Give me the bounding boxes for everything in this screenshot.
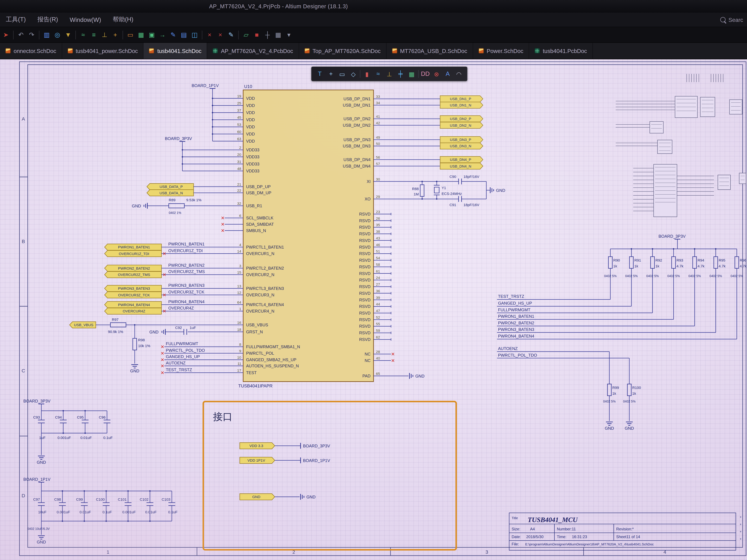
align-icon[interactable]: ┼ [263,29,272,40]
annotate-icon[interactable]: ✎ [168,29,178,40]
tab-top-ap-mt7620a-schdoc[interactable]: Top_AP_MT7620A.SchDoc [299,43,386,59]
gnd-tool-icon[interactable]: ⊥ [385,70,394,78]
pin-name[interactable]: RSVD [359,317,370,322]
port-label[interactable]: USB_DN2_N [450,124,471,128]
comp-note[interactable]: 0402 5% [604,274,617,278]
net-label[interactable]: PWRON1_BATEN1 [498,314,534,319]
schematic-canvas[interactable]: ABCD1234U10TUSB4041IPAPRBOARD_1P1V19VDD2… [0,59,747,560]
zone-row-label[interactable]: C [22,368,25,373]
pin-name[interactable]: XO [365,197,370,201]
pin-name[interactable]: SCL_SMBCLK [246,216,274,220]
resistor[interactable] [629,257,633,268]
diamond-tool-icon[interactable]: ◇ [349,70,358,78]
menu-tools[interactable]: 工具(T) [0,14,32,26]
pin-number[interactable]: 8 [239,343,241,347]
pin-number[interactable]: 63 [237,137,241,141]
zone-row-label[interactable]: A [22,116,25,122]
ref-des[interactable]: R93 [676,258,683,262]
filter-icon[interactable]: ▼ [63,29,73,40]
place-rect-icon[interactable]: ▭ [126,29,135,40]
comp-value[interactable]: 18pF/16V [463,203,479,207]
net-label[interactable]: GANGED_HS_UP [498,301,532,305]
interface-title[interactable]: 接口 [213,411,232,422]
pin-name[interactable]: VDD33 [246,148,259,152]
port-label[interactable]: USB_DN4_P [450,158,471,162]
pin-number[interactable]: 59 [376,329,380,333]
net-label[interactable]: PWRCTL_POL_TDO [498,353,537,357]
power-label[interactable]: BOARD_1P1V [23,477,50,482]
pin-name[interactable]: VDD33 [246,169,259,173]
port-label[interactable]: PWRON2_BATEN2 [118,266,150,270]
comp-value[interactable]: 4.7k [676,264,684,268]
part-tool-icon[interactable]: ▦ [407,70,416,78]
pin-name[interactable]: RSVD [359,212,370,216]
ref-des[interactable]: R95 [719,258,725,262]
pin-name[interactable]: RSVD [359,271,370,276]
pin-name[interactable]: OVERCUR4_N [246,309,274,313]
pin-number[interactable]: 65 [376,372,380,376]
pin-name[interactable]: RSVD [359,251,370,256]
pin-number[interactable]: 38 [376,230,380,234]
port-label[interactable]: PWRON3_BATEN3 [118,287,150,291]
comp-value[interactable]: 0.01uF [145,510,157,514]
pin-name[interactable]: OVERCUR2_N [246,272,274,277]
port-label[interactable]: VDD 3.3 [249,444,263,448]
pin-name[interactable]: VDD [246,117,255,122]
pin-name[interactable]: PWRCTL1_BATEN1 [246,245,284,249]
net-label[interactable]: AUTOENZ [498,346,518,351]
pin-name[interactable]: RSVD [359,324,370,328]
pin-number[interactable]: 54 [376,256,380,260]
menu-help[interactable]: 帮助(H) [107,14,139,26]
ref-des[interactable]: R94 [698,258,704,262]
net-label[interactable]: TEST_TRSTZ [166,368,192,372]
port-label[interactable]: VDD 1P1V [248,458,265,462]
comp-note[interactable]: 0402 5% [625,274,638,278]
power-label[interactable]: BOARD_3P3V [303,444,330,448]
polygon-tool-icon[interactable]: ▱ [241,29,251,40]
comp-value[interactable]: 0.01uF [80,510,91,514]
port-label[interactable]: USB_DN1_P [450,97,471,101]
pin-name[interactable]: VDD [246,110,255,115]
zone-row-label[interactable]: D [22,493,25,498]
ref-des[interactable]: C91 [449,203,456,207]
comp-value[interactable]: 1k [613,264,617,268]
pin-number[interactable]: 47 [376,309,380,313]
date-label[interactable]: Date: [512,535,521,539]
pin-number[interactable]: 44 [376,302,380,306]
ref-des[interactable]: C94 [55,415,62,419]
crystal[interactable] [434,187,439,193]
net-label[interactable]: PWRON4_BATEN4 [168,299,204,304]
noerc-tool-icon[interactable]: ⊗ [432,70,441,78]
comp-value[interactable]: 0.1uF [102,510,112,514]
place-wire-icon[interactable]: ≈ [78,29,88,40]
net-label[interactable]: PWRON3_BATEN3 [168,283,204,288]
net-label[interactable]: OVERCUR2Z_TMS [168,269,205,274]
ref-des[interactable]: R91 [634,258,641,262]
pin-number[interactable]: 41 [376,114,380,118]
compile-icon[interactable]: ◫ [190,29,199,40]
comp-note[interactable]: 0402 5% [603,400,616,403]
draw-tool-icon[interactable]: ✎ [226,29,236,40]
power-label[interactable]: BOARD_1P1V [303,458,330,463]
place-gnd-icon[interactable]: ⊥ [100,29,109,40]
pin-number[interactable]: 40 [376,356,380,361]
pin-name[interactable]: RSVD [359,311,370,315]
ref-des[interactable]: C90 [449,175,456,179]
ic-u10[interactable] [243,90,374,381]
port-label[interactable]: USB_DN3_P [450,138,471,142]
pin-name[interactable]: RSVD [359,304,370,309]
pin-name[interactable]: USB_DP_DN4 [343,157,370,162]
tab-power-schdoc[interactable]: Power.SchDoc [473,43,529,59]
pin-name[interactable]: OVERCUR3_N [246,293,274,297]
time-label[interactable]: Time: [557,535,566,539]
ref-des[interactable]: R98 [138,338,145,342]
net-label[interactable]: PWRON2_BATEN2 [498,321,534,325]
pin-name[interactable]: XI [367,179,370,184]
ref-des[interactable]: C99 [76,498,83,502]
port-label[interactable]: USB_DN3_N [450,144,471,148]
power-label[interactable]: BOARD_3P3V [23,399,50,403]
comp-note[interactable]: 0402 5% [646,274,659,278]
resistor[interactable] [609,257,612,268]
port-label[interactable]: GND [252,495,260,499]
pin-name[interactable]: RSVD [359,284,370,289]
